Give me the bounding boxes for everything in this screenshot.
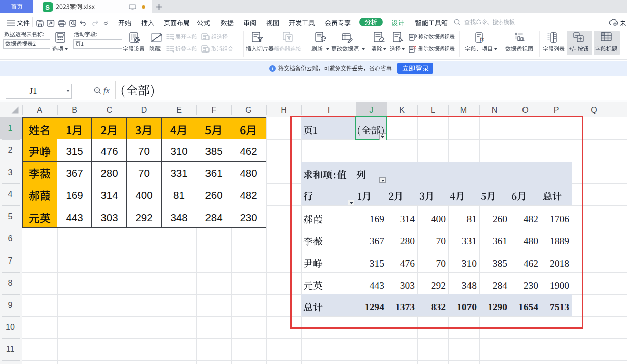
svg-text:fx: fx: [480, 36, 484, 43]
svg-text:S: S: [45, 4, 50, 11]
svg-text:i: i: [272, 66, 273, 71]
